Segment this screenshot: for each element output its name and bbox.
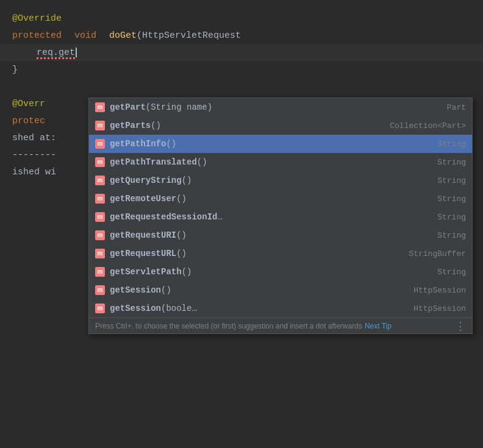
text-cursor	[76, 48, 77, 57]
item-method-12: getSession(boole…	[110, 304, 197, 313]
item-method-7: getRequestedSessionId…	[110, 212, 223, 222]
item-method-10: getServletPath()	[110, 267, 191, 277]
space2	[100, 30, 106, 41]
code-line-blank	[0, 78, 483, 95]
autocomplete-item-9[interactable]: m getRequestURL() StringBuffer	[89, 244, 472, 263]
method-icon-12: m	[95, 304, 105, 313]
autocomplete-item-6[interactable]: m getRemoteUser() String	[89, 190, 472, 208]
item-method-8: getRequestURI()	[110, 230, 187, 240]
footer-options-icon[interactable]: ⋮	[455, 319, 466, 333]
item-method-3: getPathInfo()	[110, 139, 176, 149]
space	[65, 30, 71, 41]
item-return-11: HttpSession	[413, 286, 466, 295]
keyword-void: void	[74, 30, 96, 41]
autocomplete-item-3[interactable]: m getPathInfo() String	[89, 135, 472, 153]
keyword-protected: protected	[12, 30, 62, 41]
autocomplete-footer: Press Ctrl+. to choose the selected (or …	[89, 318, 472, 333]
autocomplete-item-8[interactable]: m getRequestURI() String	[89, 226, 472, 244]
item-return-5: String	[437, 176, 466, 185]
autocomplete-item-10[interactable]: m getServletPath() String	[89, 263, 472, 281]
item-method-5: getQueryString()	[110, 176, 191, 185]
item-return-9: StringBuffer	[409, 249, 466, 258]
item-return-12: HttpSession	[413, 304, 466, 313]
method-icon-8: m	[95, 230, 105, 240]
param-type: HttpServletRequest	[142, 30, 241, 41]
autocomplete-item-5[interactable]: m getQueryString() String	[89, 171, 472, 190]
code-line-4: }	[0, 61, 483, 78]
item-return-3: String	[437, 140, 466, 149]
code-line-3[interactable]: req.get	[0, 44, 483, 61]
footer-next-tip[interactable]: Next Tip	[365, 322, 392, 330]
req-get-text: req.get	[37, 48, 75, 58]
indent	[12, 48, 34, 58]
footer-hint-text: Press Ctrl+. to choose the selected (or …	[95, 322, 362, 330]
autocomplete-item-11[interactable]: m getSession() HttpSession	[89, 281, 472, 299]
method-icon-5: m	[95, 176, 105, 185]
item-return-2: Collection<Part>	[390, 121, 466, 130]
closing-brace: }	[12, 65, 18, 75]
protected-partial: protec	[12, 116, 45, 126]
autocomplete-item-2[interactable]: m getParts() Collection<Part>	[89, 116, 472, 135]
method-icon-6: m	[95, 194, 105, 204]
method-icon-7: m	[95, 212, 105, 222]
method-icon-2: m	[95, 121, 105, 130]
item-return-6: String	[437, 194, 466, 204]
code-line-2: protected void doGet ( HttpServletReques…	[0, 27, 483, 44]
method-doget: doGet	[109, 30, 137, 41]
item-method-9: getRequestURL()	[110, 249, 187, 258]
item-method-4: getPathTranslated()	[110, 157, 207, 167]
method-icon-11: m	[95, 285, 105, 295]
item-method-2: getParts()	[110, 121, 161, 130]
autocomplete-item-1[interactable]: m getPart(String name) Part	[89, 98, 472, 116]
item-method-11: getSession()	[110, 285, 171, 295]
annotation-override: @Override	[12, 13, 62, 24]
method-icon-1: m	[95, 102, 105, 112]
annotation-partial: @Overr	[12, 99, 45, 109]
item-return-8: String	[437, 231, 466, 240]
shed-at: shed at:	[12, 133, 56, 143]
method-icon-9: m	[95, 249, 105, 258]
item-return-7: String	[437, 213, 466, 222]
ished-wi: ished wi	[12, 167, 56, 177]
method-icon-10: m	[95, 267, 105, 277]
method-icon-4: m	[95, 157, 105, 167]
params-open: (	[137, 30, 142, 41]
autocomplete-item-7[interactable]: m getRequestedSessionId… String	[89, 208, 472, 226]
item-method-6: getRemoteUser()	[110, 194, 187, 204]
autocomplete-dropdown[interactable]: m getPart(String name) Part m getParts()…	[88, 98, 473, 334]
item-return-4: String	[437, 158, 466, 167]
item-return-10: String	[437, 268, 466, 277]
item-method-1: getPart(String name)	[110, 102, 212, 112]
dashes: --------	[12, 150, 56, 160]
method-icon-3: m	[95, 139, 105, 149]
code-line-1: @Override	[0, 10, 483, 27]
autocomplete-item-4[interactable]: m getPathTranslated() String	[89, 153, 472, 171]
item-return-1: Part	[447, 103, 466, 112]
code-editor: @Override protected void doGet ( HttpSer…	[0, 0, 483, 180]
autocomplete-item-12[interactable]: m getSession(boole… HttpSession	[89, 299, 472, 318]
